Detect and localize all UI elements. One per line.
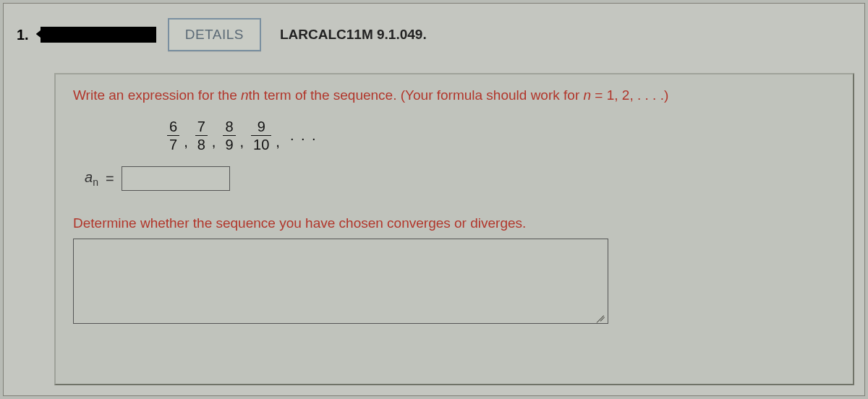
prompt-text: th term of the sequence. (Your formula s… xyxy=(249,87,584,103)
n-variable: n xyxy=(241,87,249,103)
fraction-denominator: 10 xyxy=(251,135,271,152)
question-content: Write an expression for the nth term of … xyxy=(54,73,854,385)
prompt-text: Write an expression for the xyxy=(73,87,241,103)
question-number: 1. xyxy=(17,27,29,43)
fraction-numerator: 8 xyxy=(223,119,235,135)
fraction-denominator: 7 xyxy=(167,135,179,152)
question-header: 1. DETAILS LARCALC11M 9.1.049. xyxy=(4,4,864,59)
sequence-term: 7 8 xyxy=(195,119,208,152)
fraction-numerator: 9 xyxy=(255,119,268,135)
comma: , xyxy=(240,134,244,150)
problem-code: LARCALC11M 9.1.049. xyxy=(280,27,427,43)
label-n-sub: n xyxy=(93,176,98,188)
an-label: an xyxy=(85,169,98,188)
converge-answer-input[interactable] xyxy=(73,239,608,324)
question-frame: 1. DETAILS LARCALC11M 9.1.049. Write an … xyxy=(3,3,865,396)
fraction-denominator: 8 xyxy=(195,135,208,152)
ellipsis: . . . xyxy=(290,127,318,144)
nth-term-input[interactable] xyxy=(122,166,230,191)
comma: , xyxy=(184,134,188,150)
comma: , xyxy=(212,134,216,150)
sequence-display: 6 7 , 7 8 , 8 9 , 9 10 , . . . xyxy=(167,119,835,152)
nth-term-answer-row: an = xyxy=(85,166,835,191)
sequence-term: 8 9 xyxy=(223,119,235,152)
sequence-term: 6 7 xyxy=(167,119,179,152)
fraction-denominator: 9 xyxy=(223,135,235,152)
nth-term-prompt: Write an expression for the nth term of … xyxy=(73,87,835,103)
fraction-numerator: 6 xyxy=(167,119,179,135)
redacted-block xyxy=(41,27,156,43)
prompt-text: = 1, 2, . . . .) xyxy=(591,87,668,103)
comma: , xyxy=(276,134,280,150)
n-variable: n xyxy=(583,87,591,103)
details-button[interactable]: DETAILS xyxy=(168,18,261,51)
sequence-term: 9 10 xyxy=(251,119,271,152)
fraction-numerator: 7 xyxy=(195,119,208,135)
label-a: a xyxy=(85,169,93,185)
converge-prompt: Determine whether the sequence you have … xyxy=(73,215,835,231)
essay-wrapper xyxy=(73,239,835,327)
equals-sign: = xyxy=(106,171,114,187)
